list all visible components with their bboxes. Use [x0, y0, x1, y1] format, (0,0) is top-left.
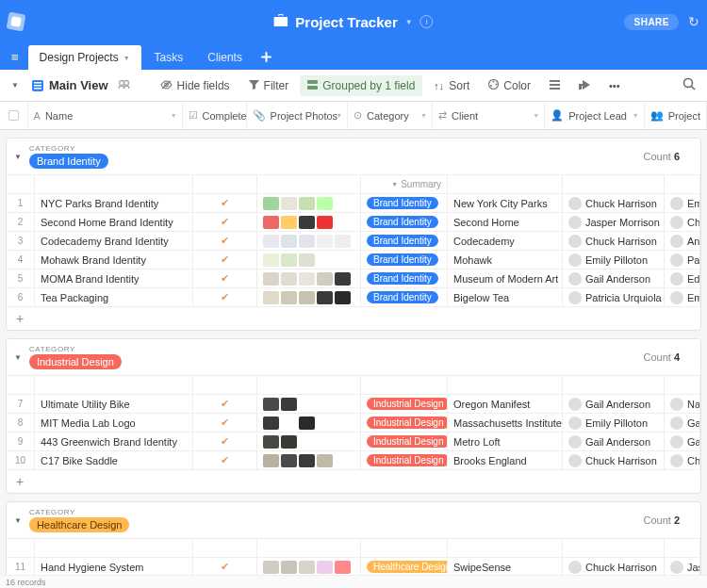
- share-view-icon[interactable]: [118, 79, 130, 92]
- photo-thumbnail[interactable]: [281, 216, 297, 229]
- photo-thumbnail[interactable]: [299, 272, 315, 286]
- table-row[interactable]: 3 Codecademy Brand Identity ✔ Brand Iden…: [7, 231, 700, 250]
- cell-complete[interactable]: ✔: [193, 288, 257, 306]
- table-row[interactable]: 5 MOMA Brand Identity ✔ Brand Identity M…: [7, 269, 700, 287]
- photo-thumbnail[interactable]: [317, 235, 333, 248]
- group-header[interactable]: ▼ CATEGORY Brand Identity Count 6: [7, 139, 700, 174]
- cell-photos[interactable]: [257, 270, 361, 287]
- cell-category[interactable]: Industrial Design: [361, 414, 448, 432]
- share-button[interactable]: SHARE: [624, 14, 679, 30]
- collapse-icon[interactable]: ▼: [14, 153, 22, 161]
- sort-button[interactable]: ↑↓ Sort: [426, 75, 477, 96]
- cell-lead[interactable]: Chuck Harrison: [563, 451, 665, 469]
- photo-thumbnail[interactable]: [317, 561, 333, 574]
- table-row[interactable]: 11 Hand Hygiene System ✔ Healthcare Desi…: [7, 557, 700, 575]
- more-button[interactable]: •••: [601, 76, 628, 95]
- cell-name[interactable]: Tea Packaging: [35, 288, 193, 306]
- chevron-down-icon[interactable]: ▼: [633, 112, 639, 119]
- photo-thumbnail[interactable]: [281, 398, 297, 411]
- cell-photos[interactable]: [257, 288, 361, 306]
- photo-thumbnail[interactable]: [299, 216, 315, 229]
- cell-complete[interactable]: ✔: [193, 558, 257, 575]
- cell-category[interactable]: Industrial Design: [361, 451, 448, 469]
- select-all-column[interactable]: [0, 102, 28, 129]
- cell-complete[interactable]: ✔: [193, 395, 257, 413]
- collapse-icon[interactable]: ▼: [14, 353, 22, 362]
- cell-category[interactable]: Industrial Design: [361, 433, 448, 450]
- cell-lead[interactable]: Chuck Harrison: [563, 232, 665, 250]
- tab-design-projects[interactable]: Design Projects ▼: [28, 45, 141, 70]
- cell-client[interactable]: Metro Loft: [448, 433, 563, 450]
- cell-lead[interactable]: Chuck Harrison: [563, 558, 665, 575]
- cell-client[interactable]: Second Home: [448, 213, 563, 231]
- chevron-down-icon[interactable]: ▼: [420, 112, 427, 119]
- chevron-down-icon[interactable]: ▼: [235, 112, 241, 119]
- cell-name[interactable]: Ultimate Utility Bike: [35, 395, 193, 413]
- photo-thumbnail[interactable]: [335, 235, 351, 248]
- cell-name[interactable]: Mohawk Brand Identity: [35, 251, 193, 269]
- share-view-button[interactable]: [571, 75, 598, 95]
- photo-thumbnail[interactable]: [263, 398, 279, 411]
- cell-category[interactable]: Brand Identity: [361, 232, 448, 250]
- photo-thumbnail[interactable]: [299, 197, 315, 210]
- cell-category[interactable]: Industrial Design: [361, 395, 448, 413]
- cell-client[interactable]: New York City Parks: [448, 194, 563, 212]
- view-name[interactable]: Main View: [26, 78, 114, 92]
- photo-thumbnail[interactable]: [317, 272, 333, 286]
- cell-client[interactable]: Mohawk: [448, 251, 563, 269]
- photo-thumbnail[interactable]: [263, 291, 279, 304]
- cell-name[interactable]: NYC Parks Brand Identity: [35, 194, 193, 212]
- filter-button[interactable]: Filter: [241, 75, 297, 96]
- photo-thumbnail[interactable]: [317, 197, 333, 210]
- column-photos[interactable]: 📎Project Photos▼: [247, 102, 349, 129]
- chevron-down-icon[interactable]: ▼: [171, 112, 177, 119]
- table-row[interactable]: 9 443 Greenwich Brand Identity ✔ Industr…: [7, 432, 700, 450]
- photo-thumbnail[interactable]: [281, 416, 297, 430]
- photo-thumbnail[interactable]: [281, 235, 297, 248]
- photo-thumbnail[interactable]: [281, 291, 297, 304]
- cell-team[interactable]: Gail A: [665, 433, 700, 450]
- cell-category[interactable]: Brand Identity: [361, 270, 448, 287]
- column-complete[interactable]: ☑Complete▼: [183, 102, 247, 129]
- cell-team[interactable]: Emily: [665, 194, 700, 212]
- cell-complete[interactable]: ✔: [193, 270, 257, 287]
- app-logo[interactable]: [7, 12, 26, 32]
- cell-photos[interactable]: [257, 414, 361, 432]
- cell-lead[interactable]: Emily Pilloton: [563, 414, 665, 432]
- photo-thumbnail[interactable]: [299, 235, 315, 248]
- cell-name[interactable]: Second Home Brand Identity: [35, 213, 193, 231]
- group-header[interactable]: ▼ CATEGORY Healthcare Design Count 2: [7, 502, 700, 538]
- table-row[interactable]: 2 Second Home Brand Identity ✔ Brand Ide…: [7, 212, 700, 231]
- cell-name[interactable]: C17 Bike Saddle: [35, 451, 193, 469]
- cell-photos[interactable]: [257, 558, 361, 575]
- chevron-down-icon[interactable]: ▼: [533, 112, 539, 119]
- cell-client[interactable]: Oregon Manifest: [448, 395, 563, 413]
- cell-team[interactable]: Jaspe: [665, 558, 700, 575]
- photo-thumbnail[interactable]: [317, 291, 333, 304]
- cell-photos[interactable]: [257, 194, 361, 212]
- collapse-icon[interactable]: ▼: [14, 516, 22, 525]
- cell-client[interactable]: Brooks England: [448, 451, 563, 469]
- group-button[interactable]: Grouped by 1 field: [300, 75, 422, 96]
- cell-photos[interactable]: [257, 213, 361, 231]
- photo-thumbnail[interactable]: [299, 291, 315, 304]
- cell-client[interactable]: Codecademy: [448, 232, 563, 250]
- cell-complete[interactable]: ✔: [193, 194, 257, 212]
- add-table-button[interactable]: [255, 47, 277, 70]
- cell-lead[interactable]: Gail Anderson: [563, 270, 665, 287]
- photo-thumbnail[interactable]: [263, 454, 279, 467]
- cell-name[interactable]: Hand Hygiene System: [35, 558, 193, 575]
- tab-tasks[interactable]: Tasks: [143, 45, 195, 70]
- view-switcher-caret-icon[interactable]: ▼: [8, 81, 23, 90]
- header-title-group[interactable]: Project Tracker ▼ i: [273, 14, 433, 30]
- history-icon[interactable]: ↻: [688, 14, 699, 29]
- photo-thumbnail[interactable]: [335, 561, 351, 574]
- cell-complete[interactable]: ✔: [193, 251, 257, 269]
- photo-thumbnail[interactable]: [281, 561, 297, 574]
- photo-thumbnail[interactable]: [317, 216, 333, 229]
- search-icon[interactable]: [679, 74, 699, 97]
- cell-client[interactable]: Massachusetts Institute of Tech: [448, 414, 563, 432]
- cell-complete[interactable]: ✔: [193, 232, 257, 250]
- row-height-button[interactable]: [542, 75, 567, 95]
- add-row-button[interactable]: +: [7, 469, 700, 493]
